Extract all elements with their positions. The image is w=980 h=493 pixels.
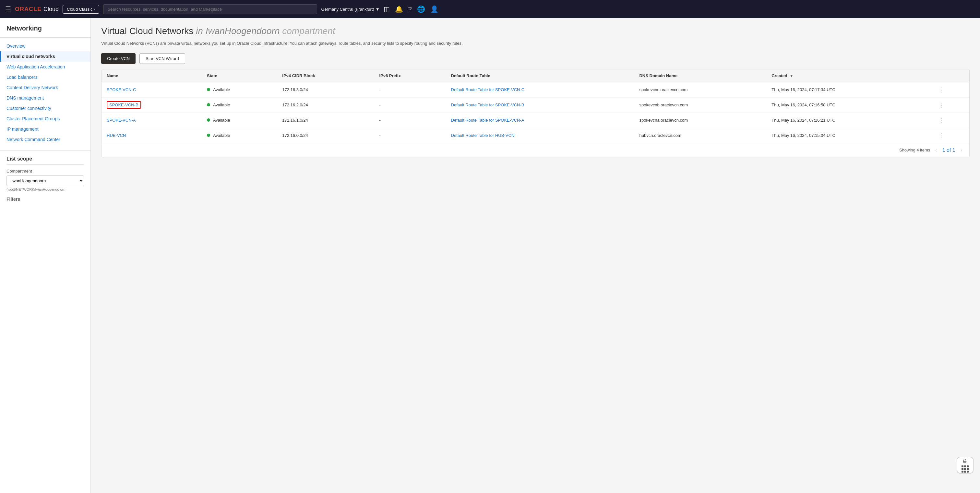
vcn-name-cell: SPOKE-VCN-A (102, 113, 202, 128)
sidebar: Networking Overview Virtual cloud networ… (0, 18, 91, 493)
top-navigation: ☰ ORACLE Cloud Cloud Classic › Germany C… (0, 0, 980, 18)
vcn-created-cell: Thu, May 16, 2024, 07:17:34 UTC (766, 82, 933, 97)
toolbar: Create VCN Start VCN Wizard (101, 53, 970, 64)
pagination-bar: Showing 4 items ‹ 1 of 1 › (102, 143, 969, 157)
vcn-menu-cell: ⋮ (933, 113, 969, 128)
notifications-icon[interactable]: 🔔 (395, 5, 403, 13)
col-name: Name (102, 69, 202, 83)
hamburger-menu[interactable]: ☰ (5, 5, 11, 13)
create-vcn-button[interactable]: Create VCN (101, 53, 135, 64)
table-header-row: Name State IPv4 CIDR Block IPv6 Prefix D… (102, 69, 969, 83)
start-vcn-wizard-button[interactable]: Start VCN Wizard (140, 53, 185, 64)
col-ipv6: IPv6 Prefix (374, 69, 445, 83)
help-icon[interactable]: ? (408, 5, 412, 13)
sidebar-item-cluster-placement-groups[interactable]: Cluster Placement Groups (0, 113, 91, 124)
prev-page-icon[interactable]: ‹ (933, 146, 939, 154)
filters-title: Filters (6, 197, 84, 202)
page-title-compartment-italic: compartment (282, 26, 335, 36)
region-selector[interactable]: Germany Central (Frankfurt) ▼ (321, 7, 379, 12)
search-input[interactable] (103, 4, 317, 14)
cloud-classic-button[interactable]: Cloud Classic › (63, 5, 99, 14)
sidebar-item-overview[interactable]: Overview (0, 41, 91, 51)
page-title: Virtual Cloud Networks in IwanHoogendoor… (101, 26, 970, 36)
status-available-dot (207, 88, 210, 91)
vcn-created-cell: Thu, May 16, 2024, 07:16:58 UTC (766, 97, 933, 113)
row-context-menu-c[interactable]: ⋮ (938, 87, 944, 93)
vcn-state-cell: Available (202, 113, 277, 128)
vcn-created-cell: Thu, May 16, 2024, 07:15:04 UTC (766, 128, 933, 143)
list-scope-section: List scope Compartment IwanHoogendoorn (… (0, 151, 91, 207)
sidebar-item-web-application-acceleration[interactable]: Web Application Acceleration (0, 62, 91, 72)
vcn-ipv6-cell: - (374, 82, 445, 97)
vcn-route-link-hub[interactable]: Default Route Table for HUB-VCN (451, 133, 515, 138)
vcn-name-cell: HUB-VCN (102, 128, 202, 143)
vcn-route-cell: Default Route Table for HUB-VCN (446, 128, 634, 143)
vcn-link-hub-vcn[interactable]: HUB-VCN (107, 133, 126, 138)
status-available-dot (207, 103, 210, 107)
row-context-menu-a[interactable]: ⋮ (938, 117, 944, 124)
sidebar-title: Networking (0, 25, 91, 38)
vcn-menu-cell: ⋮ (933, 82, 969, 97)
table-row: SPOKE-VCN-B Available 172.16.2.0/24 - De… (102, 97, 969, 113)
help-launcher-button[interactable]: 🕭 (957, 457, 974, 474)
next-page-icon[interactable]: › (959, 146, 964, 154)
vcn-link-spoke-vcn-a[interactable]: SPOKE-VCN-A (107, 118, 136, 122)
compartment-select[interactable]: IwanHoogendoorn (6, 175, 84, 186)
page-title-in: in (196, 26, 203, 36)
vcn-ipv6-cell: - (374, 97, 445, 113)
sidebar-item-ip-management[interactable]: IP management (0, 124, 91, 134)
pagination-showing: Showing 4 items (899, 148, 930, 153)
vcn-link-spoke-vcn-c[interactable]: SPOKE-VCN-C (107, 87, 136, 92)
vcn-state-text: Available (213, 87, 230, 92)
col-created[interactable]: Created ▼ (766, 69, 933, 83)
globe-icon[interactable]: 🌐 (417, 5, 425, 13)
page-title-compartment: IwanHoogendoorn (205, 26, 280, 36)
page-description: Virtual Cloud Networks (VCNs) are privat… (101, 40, 490, 47)
vcn-table-container: Name State IPv4 CIDR Block IPv6 Prefix D… (101, 69, 970, 157)
vcn-route-link-a[interactable]: Default Route Table for SPOKE-VCN-A (451, 118, 524, 122)
col-dns-domain: DNS Domain Name (634, 69, 766, 83)
sidebar-navigation: Overview Virtual cloud networks Web Appl… (0, 38, 91, 148)
vcn-ipv4-cell: 172.16.0.0/24 (277, 128, 374, 143)
cloud-logo-text: Cloud (43, 6, 59, 13)
page-number: 1 of 1 (940, 146, 957, 154)
vcn-route-cell: Default Route Table for SPOKE-VCN-C (446, 82, 634, 97)
vcn-ipv4-cell: 172.16.2.0/24 (277, 97, 374, 113)
nav-icons-group: ◫ 🔔 ? 🌐 👤 (383, 5, 438, 13)
vcn-dns-cell: hubvcn.oraclevcn.com (634, 128, 766, 143)
compartment-label: Compartment (6, 169, 84, 173)
sidebar-item-load-balancers[interactable]: Load balancers (0, 72, 91, 83)
table-row: SPOKE-VCN-C Available 172.16.3.0/24 - De… (102, 82, 969, 97)
status-available-dot (207, 134, 210, 137)
user-avatar[interactable]: 👤 (430, 5, 438, 13)
vcn-ipv4-cell: 172.16.3.0/24 (277, 82, 374, 97)
vcn-route-link-c[interactable]: Default Route Table for SPOKE-VCN-C (451, 87, 525, 92)
compartment-path: (root)/NETWORK/IwanHoogendo orn (6, 188, 84, 191)
sidebar-item-content-delivery-network[interactable]: Content Delivery Network (0, 83, 91, 93)
oracle-logo: ORACLE Cloud (15, 6, 59, 13)
region-label: Germany Central (Frankfurt) (321, 7, 374, 12)
sidebar-item-network-command-center[interactable]: Network Command Center (0, 134, 91, 145)
vcn-dns-cell: spokevcna.oraclevcn.com (634, 113, 766, 128)
main-layout: Networking Overview Virtual cloud networ… (0, 18, 980, 493)
sidebar-item-dns-management[interactable]: DNS management (0, 93, 91, 103)
vcn-state-text: Available (213, 118, 230, 122)
row-context-menu-b[interactable]: ⋮ (938, 102, 944, 108)
vcn-link-spoke-vcn-b[interactable]: SPOKE-VCN-B (107, 101, 141, 109)
oracle-logo-text: ORACLE (15, 6, 41, 13)
vcn-dns-cell: spokevcnb.oraclevcn.com (634, 97, 766, 113)
sidebar-item-customer-connectivity[interactable]: Customer connectivity (0, 103, 91, 113)
vcn-state-text: Available (213, 133, 230, 138)
terminal-icon[interactable]: ◫ (383, 5, 390, 13)
status-available-dot (207, 118, 210, 122)
vcn-route-link-b[interactable]: Default Route Table for SPOKE-VCN-B (451, 102, 524, 107)
app-grid-icon (961, 466, 969, 472)
row-context-menu-hub[interactable]: ⋮ (938, 132, 944, 139)
col-default-route-table: Default Route Table (446, 69, 634, 83)
lifebuoy-icon: 🕭 (962, 458, 968, 464)
sidebar-item-virtual-cloud-networks[interactable]: Virtual cloud networks (0, 51, 91, 62)
vcn-state-cell: Available (202, 128, 277, 143)
col-state: State (202, 69, 277, 83)
table-row: SPOKE-VCN-A Available 172.16.1.0/24 - De… (102, 113, 969, 128)
vcn-route-cell: Default Route Table for SPOKE-VCN-A (446, 113, 634, 128)
